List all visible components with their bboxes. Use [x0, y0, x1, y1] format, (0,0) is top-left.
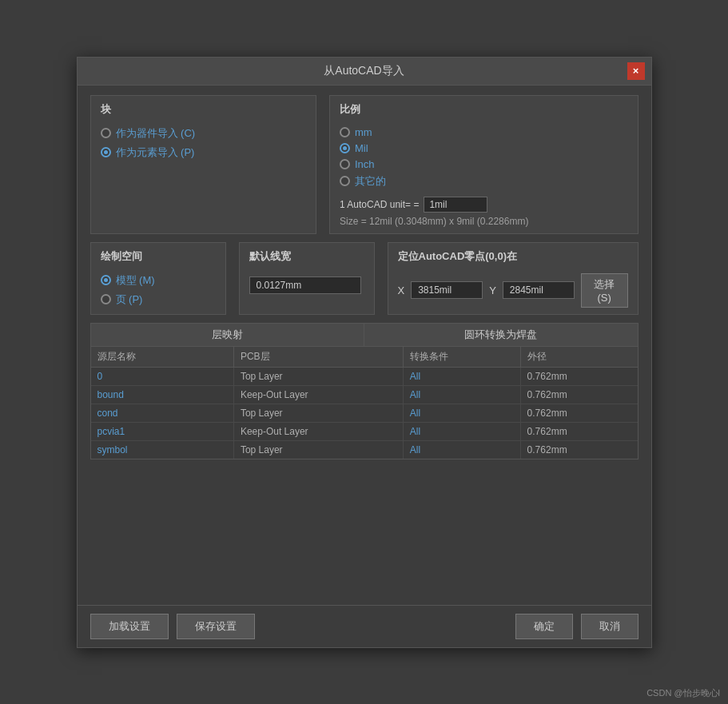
table-row[interactable]: cond Top Layer All 0.762mm — [91, 404, 638, 423]
scale-title: 比例 — [340, 102, 628, 120]
bottom-right-buttons: 确定 取消 — [515, 614, 638, 639]
row2-cond: All — [404, 404, 521, 422]
scale-mil-label: Mil — [355, 142, 368, 154]
scale-inch-radio[interactable] — [340, 159, 350, 169]
row4-pcb: Top Layer — [234, 441, 404, 459]
row4-cond: All — [404, 441, 521, 459]
size-text: Size = 12mil (0.3048mm) x 9mil (0.2286mm… — [340, 216, 628, 227]
title-bar: 从AutoCAD导入 × — [78, 58, 651, 86]
row3-cond: All — [404, 423, 521, 440]
default-width-title: 默认线宽 — [249, 249, 364, 267]
block-panel: 块 作为器件导入 (C) 作为元素导入 (P) — [90, 95, 317, 234]
x-input[interactable] — [411, 281, 483, 299]
table-row[interactable]: 0 Top Layer All 0.762mm — [91, 368, 638, 386]
col-pcb-layer: PCB层 — [234, 347, 404, 367]
scale-other-label: 其它的 — [355, 174, 386, 189]
table-header-layer-mapping: 层映射 — [91, 324, 365, 346]
scale-panel: 比例 mm Mil Inch — [329, 95, 638, 234]
save-settings-button[interactable]: 保存设置 — [177, 614, 255, 639]
scale-mm-radio[interactable] — [340, 127, 350, 137]
row0-pcb: Top Layer — [234, 368, 404, 385]
bottom-left-buttons: 加载设置 保存设置 — [90, 614, 255, 639]
table-row[interactable]: pcvia1 Keep-Out Layer All 0.762mm — [91, 423, 638, 441]
second-section: 绘制空间 模型 (M) 页 (P) 默认线宽 — [90, 242, 638, 315]
table-row[interactable]: bound Keep-Out Layer All 0.762mm — [91, 386, 638, 404]
top-section: 块 作为器件导入 (C) 作为元素导入 (P) 比例 — [90, 95, 638, 234]
scale-inch-label: Inch — [355, 158, 375, 170]
watermark: CSDN @怡步晚心l — [646, 687, 720, 699]
locate-row: X Y 选择 (S) — [398, 273, 628, 308]
draw-page[interactable]: 页 (P) — [101, 292, 216, 307]
draw-model[interactable]: 模型 (M) — [101, 273, 216, 288]
default-width-panel: 默认线宽 — [239, 242, 375, 315]
x-label: X — [398, 284, 405, 296]
import-autocad-dialog: 从AutoCAD导入 × 块 作为器件导入 (C) 作为 — [77, 57, 652, 648]
draw-space-title: 绘制空间 — [101, 249, 216, 267]
table-row[interactable]: symbol Top Layer All 0.762mm — [91, 441, 638, 459]
col-convert-cond: 转换条件 — [404, 347, 521, 367]
row1-pcb: Keep-Out Layer — [234, 386, 404, 404]
row0-outer: 0.762mm — [521, 368, 638, 385]
table-main-header: 层映射 圆环转换为焊盘 — [91, 324, 638, 347]
scale-mm[interactable]: mm — [340, 126, 628, 138]
table-header-donut-convert: 圆环转换为焊盘 — [364, 324, 638, 346]
draw-page-label: 页 (P) — [116, 292, 143, 307]
row3-pcb: Keep-Out Layer — [234, 423, 404, 440]
row2-pcb: Top Layer — [234, 404, 404, 422]
row1-outer: 0.762mm — [521, 386, 638, 404]
col-outer-diameter: 外径 — [521, 347, 638, 367]
block-radio-group: 作为器件导入 (C) 作为元素导入 (P) — [101, 126, 307, 160]
locate-panel: 定位AutoCAD零点(0,0)在 X Y 选择 (S) — [388, 242, 638, 315]
block-as-component-label: 作为器件导入 (C) — [116, 126, 196, 141]
draw-space-radio-group: 模型 (M) 页 (P) — [101, 273, 216, 307]
table-body: 0 Top Layer All 0.762mm bound Keep-Out L… — [91, 368, 638, 459]
dialog-body: 块 作为器件导入 (C) 作为元素导入 (P) 比例 — [78, 86, 651, 605]
row3-outer: 0.762mm — [521, 423, 638, 440]
spacer — [90, 467, 638, 595]
row2-source: cond — [91, 404, 234, 422]
col-source-name: 源层名称 — [91, 347, 234, 367]
row1-source: bound — [91, 386, 234, 404]
select-button[interactable]: 选择 (S) — [581, 273, 628, 308]
row1-cond: All — [404, 386, 521, 404]
block-as-component-radio[interactable] — [101, 128, 111, 138]
block-as-element-label: 作为元素导入 (P) — [116, 145, 195, 160]
unit-prefix: 1 AutoCAD unit= = — [340, 199, 419, 210]
block-as-element-radio[interactable] — [101, 147, 111, 157]
row0-source: 0 — [91, 368, 234, 385]
unit-value-input[interactable] — [424, 197, 487, 213]
block-as-element[interactable]: 作为元素导入 (P) — [101, 145, 307, 160]
scale-mm-label: mm — [355, 126, 372, 138]
bottom-buttons: 加载设置 保存设置 确定 取消 — [78, 605, 651, 647]
close-button[interactable]: × — [627, 62, 645, 80]
draw-model-radio[interactable] — [101, 275, 111, 285]
load-settings-button[interactable]: 加载设置 — [90, 614, 169, 639]
row0-cond: All — [404, 368, 521, 385]
scale-mil[interactable]: Mil — [340, 142, 628, 154]
table-subheader: 源层名称 PCB层 转换条件 外径 — [91, 347, 638, 368]
dialog-title: 从AutoCAD导入 — [324, 64, 404, 78]
draw-model-label: 模型 (M) — [116, 273, 155, 288]
draw-space-panel: 绘制空间 模型 (M) 页 (P) — [90, 242, 226, 315]
scale-other-radio[interactable] — [340, 176, 350, 186]
layer-table: 层映射 圆环转换为焊盘 源层名称 PCB层 转换条件 外径 0 Top Laye… — [90, 323, 638, 459]
unit-row: 1 AutoCAD unit= = — [340, 197, 628, 213]
scale-inch[interactable]: Inch — [340, 158, 628, 170]
block-as-component[interactable]: 作为器件导入 (C) — [101, 126, 307, 141]
scale-mil-radio[interactable] — [340, 143, 350, 153]
locate-title: 定位AutoCAD零点(0,0)在 — [398, 249, 628, 267]
scale-radio-group: mm Mil Inch 其它的 — [340, 126, 628, 189]
ok-button[interactable]: 确定 — [515, 614, 573, 639]
block-title: 块 — [101, 102, 307, 120]
scale-other[interactable]: 其它的 — [340, 174, 628, 189]
draw-page-radio[interactable] — [101, 294, 111, 304]
row4-outer: 0.762mm — [521, 441, 638, 459]
row2-outer: 0.762mm — [521, 404, 638, 422]
default-width-input[interactable] — [249, 276, 361, 294]
y-input[interactable] — [503, 281, 575, 299]
row4-source: symbol — [91, 441, 234, 459]
row3-source: pcvia1 — [91, 423, 234, 440]
y-label: Y — [489, 284, 496, 296]
cancel-button[interactable]: 取消 — [581, 614, 638, 639]
